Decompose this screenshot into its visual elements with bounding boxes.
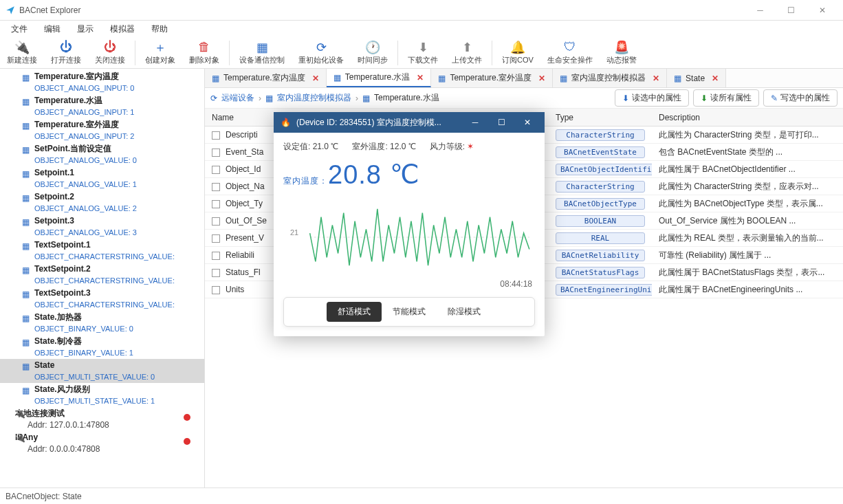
life-safety-button[interactable]: 🛡生命安全操作 <box>540 39 600 67</box>
dev-comm-icon: ▦ <box>255 41 269 54</box>
reinit-icon: ⟳ <box>314 41 328 54</box>
create-obj-icon: ＋ <box>153 41 167 54</box>
alarm-button[interactable]: 🚨动态报警 <box>600 39 644 67</box>
breadcrumb-item[interactable]: 室内温度控制模拟器 <box>277 92 351 104</box>
chart-timestamp: 08:44:18 <box>283 278 535 290</box>
temp-chart: 21 <box>283 199 535 275</box>
dev-comm-button[interactable]: ▦设备通信控制 <box>232 39 292 67</box>
connection-item[interactable]: 🔌本地连接测试Addr: 127.0.0.1:47808 <box>0 407 204 431</box>
read-all-button[interactable]: ⬇读所有属性 <box>693 89 759 107</box>
menubar: 文件编辑显示模拟器帮助 <box>0 21 843 37</box>
col-desc[interactable]: Description <box>652 113 843 122</box>
close-conn-button[interactable]: ⏻关闭连接 <box>88 39 132 67</box>
dialog-maximize-button[interactable]: ☐ <box>491 118 512 127</box>
tab-close-icon[interactable]: ✕ <box>712 74 719 83</box>
checkbox[interactable] <box>212 252 220 260</box>
life-safety-icon: 🛡 <box>563 41 577 54</box>
connection-item[interactable]: 🔌IPAnyAddr: 0.0.0.0:47808 <box>0 431 204 455</box>
simulator-dialog[interactable]: 🔥 (Device ID: 2834551) 室内温度控制模... ─ ☐ ✕ … <box>274 112 545 336</box>
close-button[interactable]: ✕ <box>807 0 837 21</box>
refresh-icon[interactable]: ⟳ <box>210 94 217 103</box>
tree-item[interactable]: ▦Setpoint.1OBJECT_ANALOG_VALUE: 1 <box>0 166 204 190</box>
col-type[interactable]: Type <box>549 113 652 122</box>
grid-icon: ▦ <box>22 217 30 228</box>
checkbox[interactable] <box>212 234 220 243</box>
tab-close-icon[interactable]: ✕ <box>653 74 659 83</box>
titlebar: BACnet Explorer ─ ☐ ✕ <box>0 0 843 21</box>
mode-button[interactable]: 除湿模式 <box>437 302 492 322</box>
info-row: 设定值: 21.0 ℃ 室外温度: 12.0 ℃ 风力等级: ✶ <box>283 138 535 155</box>
tree-item[interactable]: ▦TextSetpoint.1OBJECT_CHARACTERSTRING_VA… <box>0 239 204 263</box>
tab[interactable]: ▦State✕ <box>667 69 726 87</box>
type-badge: BACnetStatusFlags <box>556 267 645 278</box>
upload-icon: ⬆ <box>460 41 474 54</box>
menu-item[interactable]: 帮助 <box>144 22 175 36</box>
tree-item[interactable]: ▦TextSetpoint.2OBJECT_CHARACTERSTRING_VA… <box>0 263 204 287</box>
type-badge: CharacterString <box>556 129 645 141</box>
open-conn-button[interactable]: ⏻打开连接 <box>44 39 88 67</box>
breadcrumb-item[interactable]: 远端设备 <box>221 92 254 104</box>
dialog-minimize-button[interactable]: ─ <box>465 118 485 127</box>
tab-close-icon[interactable]: ✕ <box>312 74 319 83</box>
mode-button[interactable]: 节能模式 <box>382 302 437 322</box>
download-button[interactable]: ⬇下载文件 <box>401 39 445 67</box>
delete-obj-button[interactable]: 🗑删除对象 <box>182 39 226 67</box>
flame-icon: 🔥 <box>281 118 291 127</box>
tab[interactable]: ▦Temperature.室内温度✕ <box>205 69 327 87</box>
menu-item[interactable]: 文件 <box>4 22 34 36</box>
tree-item[interactable]: ▦Setpoint.3OBJECT_ANALOG_VALUE: 3 <box>0 215 204 239</box>
checkbox[interactable] <box>212 131 220 140</box>
tree-item[interactable]: ▦State.制冷器OBJECT_BINARY_VALUE: 1 <box>0 335 204 359</box>
grid-icon: ▦ <box>22 144 30 155</box>
upload-button[interactable]: ⬆上传文件 <box>445 39 489 67</box>
mode-button[interactable]: 舒适模式 <box>327 302 382 322</box>
grid-icon: ▦ <box>22 96 30 107</box>
write-selected-button[interactable]: ✎写选中的属性 <box>763 89 837 107</box>
mode-switcher: 舒适模式节能模式除湿模式 <box>283 297 535 327</box>
grid-icon: ▦ <box>22 265 30 276</box>
checkbox[interactable] <box>212 217 220 226</box>
tree-item[interactable]: ▦State.加热器OBJECT_BINARY_VALUE: 0 <box>0 311 204 335</box>
tree-item[interactable]: ▦StateOBJECT_MULTI_STATE_VALUE: 0 <box>0 359 204 383</box>
new-conn-button[interactable]: 🔌新建连接 <box>0 39 44 67</box>
new-conn-icon: 🔌 <box>15 41 29 54</box>
menu-item[interactable]: 模拟器 <box>103 22 142 36</box>
tab[interactable]: ▦室内温度控制模拟器✕ <box>553 69 667 87</box>
alarm-icon: 🚨 <box>615 41 628 54</box>
dialog-titlebar[interactable]: 🔥 (Device ID: 2834551) 室内温度控制模... ─ ☐ ✕ <box>274 112 545 133</box>
checkbox[interactable] <box>212 149 220 157</box>
grid-icon: ▦ <box>22 241 30 252</box>
dialog-close-button[interactable]: ✕ <box>517 118 538 127</box>
create-obj-button[interactable]: ＋创建对象 <box>138 39 182 67</box>
sidebar-tree[interactable]: ▦Temperature.室内温度OBJECT_ANALOG_INPUT: 0▦… <box>0 69 205 487</box>
sub-cov-button[interactable]: 🔔订阅COV <box>495 39 540 67</box>
tree-item[interactable]: ▦SetPoint.当前设定值OBJECT_ANALOG_VALUE: 0 <box>0 142 204 166</box>
checkbox[interactable] <box>212 269 220 277</box>
statusbar: BACnetObject: State <box>0 487 843 504</box>
tree-item[interactable]: ▦Temperature.室外温度OBJECT_ANALOG_INPUT: 2 <box>0 118 204 142</box>
maximize-button[interactable]: ☐ <box>776 0 807 21</box>
checkbox[interactable] <box>212 183 220 191</box>
time-sync-button[interactable]: 🕐时间同步 <box>351 39 395 67</box>
tab-close-icon[interactable]: ✕ <box>417 73 424 83</box>
reinit-button[interactable]: ⟳重初始化设备 <box>292 39 351 67</box>
tab[interactable]: ▦Temperature.室外温度✕ <box>431 69 553 87</box>
close-conn-icon: ⏻ <box>103 41 117 54</box>
tree-item[interactable]: ▦Temperature.室内温度OBJECT_ANALOG_INPUT: 0 <box>0 70 204 94</box>
minimize-button[interactable]: ─ <box>745 0 776 21</box>
checkbox[interactable] <box>212 200 220 208</box>
checkbox[interactable] <box>212 166 220 174</box>
tree-item[interactable]: ▦State.风力级别OBJECT_MULTI_STATE_VALUE: 1 <box>0 383 204 407</box>
indoor-temp-display: 室内温度：20.8 ℃ <box>283 155 535 197</box>
tab[interactable]: ▦Temperature.水温✕ <box>327 69 432 87</box>
tab-close-icon[interactable]: ✕ <box>538 74 545 83</box>
grid-icon: ▦ <box>333 73 341 83</box>
breadcrumb-item: Temperature.水温 <box>374 92 439 104</box>
menu-item[interactable]: 编辑 <box>37 22 67 36</box>
menu-item[interactable]: 显示 <box>70 22 100 36</box>
read-selected-button[interactable]: ⬇读选中的属性 <box>615 89 689 107</box>
tree-item[interactable]: ▦Temperature.水温OBJECT_ANALOG_INPUT: 1 <box>0 94 204 118</box>
tree-item[interactable]: ▦Setpoint.2OBJECT_ANALOG_VALUE: 2 <box>0 190 204 215</box>
tree-item[interactable]: ▦TextSetpoint.3OBJECT_CHARACTERSTRING_VA… <box>0 287 204 311</box>
checkbox[interactable] <box>212 286 220 294</box>
